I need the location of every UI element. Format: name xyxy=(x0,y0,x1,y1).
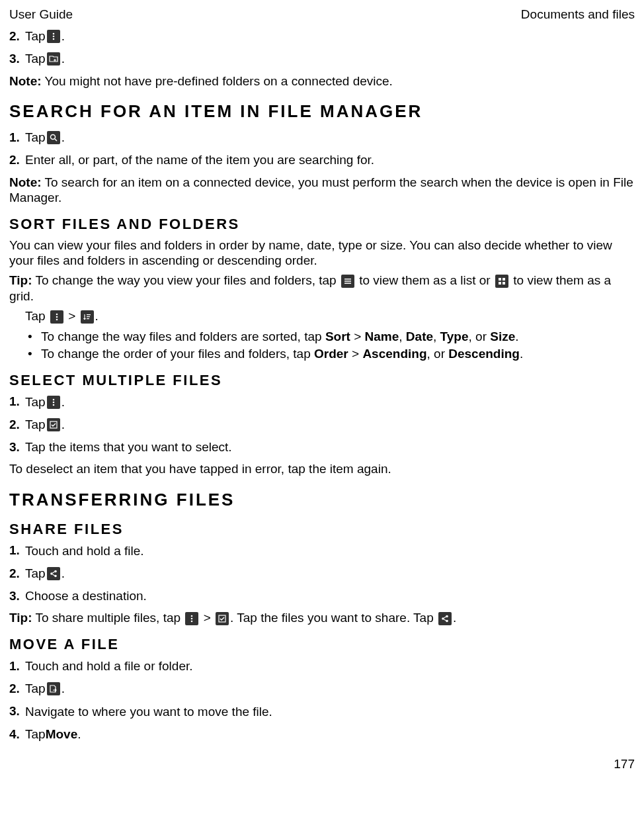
heading-transfer: Transferring files xyxy=(9,489,635,511)
select-icon xyxy=(47,418,60,431)
svg-line-4 xyxy=(55,139,57,141)
svg-point-31 xyxy=(442,618,444,621)
more-icon xyxy=(47,30,60,43)
step-number: 2. xyxy=(9,415,25,435)
list-item: 2. Tap . xyxy=(9,415,635,435)
tip-text: Tip: To change the way you view your fil… xyxy=(9,273,635,304)
note-text: Note: To search for an item on a connect… xyxy=(9,175,635,206)
step-number: 2. xyxy=(9,679,25,699)
step-text: . xyxy=(61,28,65,44)
bullet-list: • To change the way files and folders ar… xyxy=(28,329,635,362)
list-item: 2. Tap . xyxy=(9,26,635,46)
paragraph: To deselect an item that you have tapped… xyxy=(9,461,635,477)
heading-select: Select multiple files xyxy=(9,371,635,390)
step-text: . xyxy=(61,130,65,146)
search-icon xyxy=(47,131,60,144)
svg-point-19 xyxy=(52,401,54,403)
svg-rect-16 xyxy=(87,316,90,317)
step-text: Touch and hold a file. xyxy=(25,543,144,559)
svg-point-24 xyxy=(54,575,57,578)
step-text: Tap xyxy=(25,727,46,742)
step-number: 3. xyxy=(9,586,25,606)
list-item: 3. Navigate to where you want to move th… xyxy=(9,701,635,721)
step-text: Navigate to where you want to move the f… xyxy=(25,704,272,720)
step-text: Tap xyxy=(25,566,46,582)
select-icon xyxy=(216,612,229,625)
step-number: 1. xyxy=(9,128,25,148)
svg-point-18 xyxy=(52,398,54,400)
svg-point-23 xyxy=(54,570,57,573)
more-icon xyxy=(50,310,63,324)
svg-rect-11 xyxy=(503,282,505,285)
step-number: 1. xyxy=(9,392,25,412)
step-number: 3. xyxy=(9,49,25,69)
share-icon xyxy=(47,567,60,580)
list-item: 1. Tap . xyxy=(9,392,635,412)
svg-point-12 xyxy=(56,313,58,315)
svg-point-14 xyxy=(56,318,58,320)
page-header: User Guide Documents and files xyxy=(9,7,635,22)
header-right: Documents and files xyxy=(521,7,635,22)
instruction-line: Tap > . xyxy=(25,308,635,324)
svg-rect-9 xyxy=(503,278,505,281)
bullet-icon: • xyxy=(28,329,41,345)
svg-line-25 xyxy=(52,572,54,573)
list-item: 2. Enter all, or part, of the name of th… xyxy=(9,150,635,170)
svg-rect-17 xyxy=(87,318,89,319)
move-label: Move xyxy=(46,727,78,742)
list-item: 2. Tap . xyxy=(9,564,635,584)
svg-rect-7 xyxy=(344,283,351,284)
step-text: Tap xyxy=(25,681,46,697)
step-text: Tap xyxy=(25,417,46,433)
header-left: User Guide xyxy=(9,7,73,22)
svg-point-29 xyxy=(191,621,193,623)
svg-point-2 xyxy=(52,38,54,40)
grid-view-icon xyxy=(495,275,508,288)
more-icon xyxy=(185,612,198,625)
svg-line-35 xyxy=(444,619,446,621)
svg-point-33 xyxy=(446,620,448,623)
step-text: Tap xyxy=(25,28,46,44)
step-text: . xyxy=(61,566,65,582)
tip-text: Tip: To share multiple files, tap > . Ta… xyxy=(9,610,635,626)
step-text: Tap xyxy=(25,394,46,410)
step-number: 2. xyxy=(9,150,25,170)
heading-sort: Sort files and folders xyxy=(9,215,635,234)
more-icon xyxy=(47,396,60,409)
bullet-icon: • xyxy=(28,346,41,362)
step-text: Choose a destination. xyxy=(25,588,147,604)
svg-point-20 xyxy=(52,404,54,406)
svg-point-0 xyxy=(52,33,54,35)
step-text: . xyxy=(77,727,81,742)
list-item: 3. Tap the items that you want to select… xyxy=(9,437,635,457)
paragraph: You can view your files and folders in o… xyxy=(9,238,635,269)
step-number: 4. xyxy=(9,725,25,744)
step-text: Enter all, or part, of the name of the i… xyxy=(25,152,374,168)
svg-point-3 xyxy=(50,134,55,139)
svg-point-27 xyxy=(191,615,193,617)
heading-move: Move a file xyxy=(9,635,635,654)
step-text: . xyxy=(61,51,65,67)
step-text: . xyxy=(61,681,65,697)
note-text: Note: You might not have pre-defined fol… xyxy=(9,73,635,89)
sort-icon xyxy=(81,310,94,324)
add-folder-icon xyxy=(47,52,60,66)
svg-point-22 xyxy=(50,572,53,575)
svg-rect-6 xyxy=(344,281,351,282)
list-item: • To change the order of your files and … xyxy=(28,346,635,362)
svg-point-28 xyxy=(191,618,193,620)
step-text: . xyxy=(61,417,65,433)
list-item: • To change the way files and folders ar… xyxy=(28,329,635,345)
svg-point-32 xyxy=(446,615,448,618)
list-item: 3. Tap . xyxy=(9,49,635,69)
svg-rect-10 xyxy=(499,282,501,285)
svg-point-1 xyxy=(52,36,54,38)
list-item: 2. Tap . xyxy=(9,679,635,699)
svg-line-34 xyxy=(444,617,446,618)
heading-search: Search for an item in File Manager xyxy=(9,101,635,122)
step-number: 3. xyxy=(9,701,25,721)
list-item: 1. Touch and hold a file. xyxy=(9,541,635,560)
svg-rect-5 xyxy=(344,279,351,280)
step-text: Touch and hold a file or folder. xyxy=(25,658,193,674)
svg-rect-8 xyxy=(499,278,501,281)
